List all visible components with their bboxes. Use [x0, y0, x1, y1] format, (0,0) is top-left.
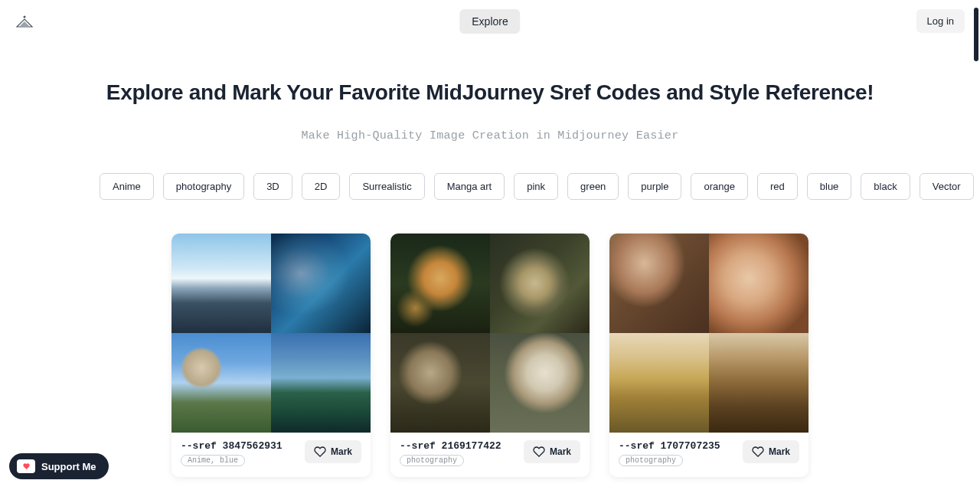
support-button[interactable]: Support Me: [9, 453, 109, 479]
scrollbar-thumb[interactable]: [974, 8, 978, 61]
mark-label: Mark: [769, 446, 790, 457]
heart-icon: [314, 446, 326, 458]
sref-tags: Anime, blue: [181, 455, 245, 466]
card-grid: --sref 3847562931 Anime, blue Mark --sre…: [0, 234, 980, 477]
sref-card[interactable]: --sref 1707707235 photography Mark: [609, 234, 808, 477]
sref-tags: photography: [400, 455, 464, 466]
svg-point-0: [24, 15, 26, 18]
mark-button[interactable]: Mark: [524, 440, 580, 463]
sref-tags: photography: [619, 455, 683, 466]
mark-button[interactable]: Mark: [305, 440, 361, 463]
login-button[interactable]: Log in: [916, 9, 965, 33]
tag-manga-art[interactable]: Manga art: [434, 173, 505, 200]
tag-blue[interactable]: blue: [807, 173, 852, 200]
tag-anime[interactable]: Anime: [100, 173, 154, 200]
tag-2d[interactable]: 2D: [302, 173, 341, 200]
card-thumbnail: [172, 234, 371, 433]
mark-button[interactable]: Mark: [743, 440, 799, 463]
sref-code: --sref 2169177422: [400, 440, 518, 452]
tag-vector[interactable]: Vector: [920, 173, 974, 200]
tag-surrealistic[interactable]: Surrealistic: [349, 173, 424, 200]
tag-black[interactable]: black: [861, 173, 910, 200]
heart-icon: [752, 446, 764, 458]
sref-card[interactable]: --sref 2169177422 photography Mark: [390, 234, 590, 477]
support-label: Support Me: [41, 461, 96, 472]
tag-3d[interactable]: 3D: [253, 173, 292, 200]
site-logo[interactable]: [15, 15, 34, 28]
sref-code: --sref 1707707235: [619, 440, 737, 452]
card-thumbnail: [390, 234, 590, 433]
mark-label: Mark: [550, 446, 571, 457]
tag-purple[interactable]: purple: [628, 173, 681, 200]
tag-pink[interactable]: pink: [514, 173, 558, 200]
nav-explore[interactable]: Explore: [459, 9, 520, 34]
card-thumbnail: [609, 234, 808, 433]
kofi-icon: [17, 459, 35, 473]
page-title: Explore and Mark Your Favorite MidJourne…: [31, 80, 949, 105]
tag-photography[interactable]: photography: [163, 173, 244, 200]
tag-orange[interactable]: orange: [691, 173, 747, 200]
page-subtitle: Make High-Quality Image Creation in Midj…: [31, 129, 949, 142]
tag-green[interactable]: green: [567, 173, 619, 200]
mark-label: Mark: [331, 446, 352, 457]
tag-red[interactable]: red: [757, 173, 798, 200]
sref-code: --sref 3847562931: [181, 440, 299, 452]
heart-icon: [533, 446, 545, 458]
tag-row: Anime photography 3D 2D Surrealistic Man…: [0, 173, 980, 200]
sref-card[interactable]: --sref 3847562931 Anime, blue Mark: [172, 234, 371, 477]
